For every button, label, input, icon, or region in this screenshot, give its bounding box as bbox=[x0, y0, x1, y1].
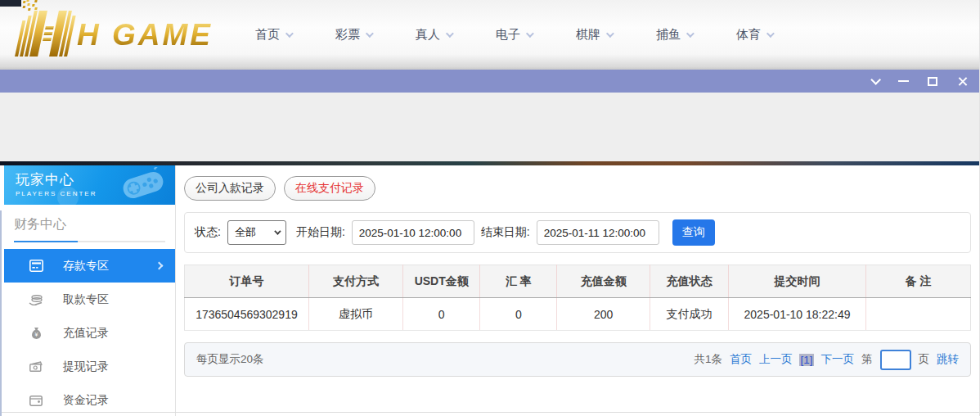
col-submit-time: 提交时间 bbox=[728, 265, 865, 298]
nav-item-slots[interactable]: 电子 bbox=[496, 27, 532, 43]
section-underline bbox=[14, 241, 165, 242]
total-count-text: 共1条 bbox=[694, 352, 722, 367]
chevron-down-icon bbox=[274, 228, 281, 234]
corner-decoration bbox=[0, 0, 21, 7]
content-panel: 公司入款记录 在线支付记录 状态: 全部 开始日期: 结束日期: 查询 bbox=[176, 165, 979, 416]
site-logo[interactable]: H GAME bbox=[8, 7, 213, 64]
withdraw-hand-icon bbox=[29, 292, 43, 307]
logo-h-icon bbox=[15, 11, 77, 57]
nav-item-fishing[interactable]: 捕鱼 bbox=[656, 27, 692, 43]
col-remarks: 备 注 bbox=[866, 265, 971, 298]
nav-item-live[interactable]: 真人 bbox=[416, 27, 452, 43]
jump-button[interactable]: 跳转 bbox=[937, 352, 959, 367]
first-page-link[interactable]: 首页 bbox=[730, 352, 752, 367]
pagination-controls: 共1条 首页 上一页 [1] 下一页 第 页 跳转 bbox=[694, 350, 959, 370]
chevron-down-icon bbox=[526, 29, 534, 38]
decorative-circle bbox=[57, 187, 79, 205]
cell-payment-method: 虚拟币 bbox=[308, 298, 402, 331]
chevron-down-icon bbox=[606, 29, 614, 38]
sidebar-item-label: 存款专区 bbox=[63, 259, 109, 274]
deposit-card-icon bbox=[29, 259, 43, 274]
sidebar-item-recharge-records[interactable]: ¥ 充值记录 bbox=[4, 316, 175, 350]
col-exchange-rate: 汇 率 bbox=[480, 265, 557, 298]
table-header-row: 订单号 支付方式 USDT金额 汇 率 充值金额 充值状态 提交时间 备 注 bbox=[185, 265, 971, 298]
maximize-icon[interactable] bbox=[925, 74, 940, 88]
col-usdt-amount: USDT金额 bbox=[403, 265, 480, 298]
nav-item-sports[interactable]: 体育 bbox=[736, 27, 772, 43]
end-date-input[interactable] bbox=[537, 220, 659, 245]
status-label: 状态: bbox=[195, 225, 221, 240]
sidebar-item-label: 资金记录 bbox=[63, 393, 109, 408]
chevron-down-icon bbox=[446, 29, 454, 38]
window-left-border bbox=[0, 210, 2, 416]
end-date-label: 结束日期: bbox=[481, 225, 530, 240]
main-nav: 首页 彩票 真人 电子 棋牌 捕鱼 bbox=[255, 27, 772, 43]
logo-text: H GAME bbox=[77, 18, 213, 52]
col-payment-method: 支付方式 bbox=[308, 265, 402, 298]
cell-usdt-amount: 0 bbox=[403, 298, 480, 331]
nav-item-home[interactable]: 首页 bbox=[255, 27, 291, 43]
sidebar: 玩家中心 PLAYERS CENTER bbox=[0, 165, 176, 416]
filter-bar: 状态: 全部 开始日期: 结束日期: 查询 bbox=[184, 212, 971, 253]
players-center-banner: 玩家中心 PLAYERS CENTER bbox=[4, 165, 175, 205]
cell-submit-time: 2025-01-10 18:22:49 bbox=[728, 298, 865, 331]
collapse-icon[interactable] bbox=[866, 74, 881, 88]
chevron-down-icon bbox=[686, 29, 695, 38]
sidebar-item-withdraw-zone[interactable]: 取款专区 bbox=[4, 283, 175, 316]
finance-center-heading: 财务中心 bbox=[4, 205, 175, 233]
cell-order-number: 1736504569302919 bbox=[185, 298, 309, 331]
col-recharge-status: 充值状态 bbox=[650, 265, 728, 298]
tab-company-deposit-records[interactable]: 公司入款记录 bbox=[184, 176, 276, 201]
col-order-number: 订单号 bbox=[185, 265, 309, 298]
col-recharge-amount: 充值金额 bbox=[557, 265, 650, 298]
status-select[interactable]: 全部 bbox=[227, 220, 286, 245]
app-window: H GAME 首页 彩票 真人 电子 棋牌 bbox=[0, 0, 980, 416]
sidebar-item-funds-records[interactable]: 资金记录 bbox=[4, 383, 175, 416]
banknote-icon bbox=[29, 359, 43, 374]
jump-suffix-label: 页 bbox=[919, 352, 930, 367]
money-bag-icon: ¥ bbox=[29, 326, 43, 341]
sidebar-item-withdrawal-records[interactable]: 提现记录 bbox=[4, 350, 175, 383]
prev-page-link[interactable]: 上一页 bbox=[759, 352, 793, 367]
next-page-link[interactable]: 下一页 bbox=[821, 352, 855, 367]
chevron-right-icon bbox=[155, 262, 164, 270]
gamepad-icon bbox=[116, 167, 170, 203]
desktop-background bbox=[0, 93, 979, 161]
page-size-text: 每页显示20条 bbox=[196, 352, 264, 367]
sidebar-item-label: 取款专区 bbox=[63, 292, 109, 307]
minimize-icon[interactable] bbox=[896, 74, 910, 88]
query-button[interactable]: 查询 bbox=[672, 219, 715, 246]
chevron-down-icon bbox=[366, 29, 374, 38]
record-tabs: 公司入款记录 在线支付记录 bbox=[184, 176, 971, 201]
sidebar-item-deposit-zone[interactable]: 存款专区 bbox=[4, 249, 175, 283]
nav-item-lottery[interactable]: 彩票 bbox=[335, 27, 371, 43]
purse-icon bbox=[29, 393, 43, 408]
start-date-label: 开始日期: bbox=[296, 225, 345, 240]
sidebar-item-label: 提现记录 bbox=[63, 359, 109, 374]
current-page-indicator[interactable]: [1] bbox=[799, 354, 813, 366]
site-header: H GAME 首页 彩票 真人 电子 棋牌 bbox=[0, 0, 979, 70]
main-area: 玩家中心 PLAYERS CENTER bbox=[0, 165, 979, 416]
page-jump-input[interactable] bbox=[880, 350, 911, 370]
status-select-value: 全部 bbox=[235, 225, 256, 240]
nav-item-chess[interactable]: 棋牌 bbox=[576, 27, 612, 43]
svg-text:¥: ¥ bbox=[34, 332, 38, 337]
bottom-divider bbox=[0, 412, 979, 413]
chevron-down-icon bbox=[285, 29, 294, 38]
table-row: 1736504569302919 虚拟币 0 0 200 支付成功 2025-0… bbox=[185, 298, 971, 331]
chevron-down-icon bbox=[766, 29, 775, 38]
cell-recharge-amount: 200 bbox=[557, 298, 650, 331]
jump-prefix-label: 第 bbox=[861, 352, 873, 367]
cell-recharge-status: 支付成功 bbox=[650, 298, 728, 331]
sidebar-item-label: 充值记录 bbox=[63, 326, 109, 341]
close-icon[interactable] bbox=[955, 74, 969, 88]
cell-remarks bbox=[866, 298, 971, 331]
cell-exchange-rate: 0 bbox=[480, 298, 557, 331]
tab-online-payment-records[interactable]: 在线支付记录 bbox=[284, 176, 375, 201]
records-table: 订单号 支付方式 USDT金额 汇 率 充值金额 充值状态 提交时间 备 注 1… bbox=[184, 265, 971, 331]
window-titlebar bbox=[0, 70, 979, 93]
pagination-bar: 每页显示20条 共1条 首页 上一页 [1] 下一页 第 页 跳转 bbox=[184, 342, 971, 377]
start-date-input[interactable] bbox=[352, 220, 474, 245]
